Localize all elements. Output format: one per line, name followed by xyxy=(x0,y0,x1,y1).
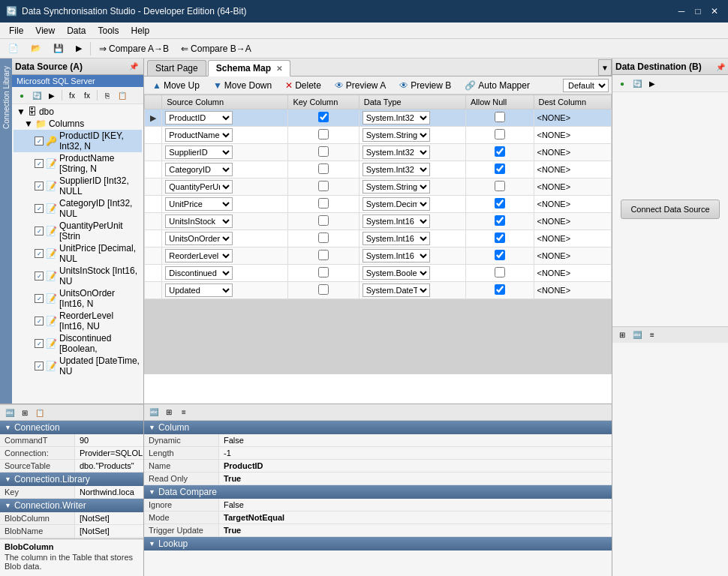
compare-ba-btn[interactable]: ⇐ Compare B→A xyxy=(176,40,257,57)
table-row[interactable]: ProductNameSystem.String<NONE> xyxy=(145,127,612,144)
allow-null-checkbox[interactable] xyxy=(495,129,505,140)
table-row[interactable]: DiscontinuedSystem.Boolean<NONE> xyxy=(145,265,612,282)
tree-item-reorderlevel[interactable]: 📝 ReorderLevel [Int16, NU xyxy=(14,310,142,332)
source-col-select[interactable]: ProductID xyxy=(165,111,233,124)
key-col-checkbox[interactable] xyxy=(318,112,329,122)
connection-library-tab[interactable]: Connection Library xyxy=(1,62,12,134)
allow-null-checkbox[interactable] xyxy=(495,250,505,260)
cb-categoryid[interactable] xyxy=(35,204,44,213)
key-col-checkbox[interactable] xyxy=(318,146,329,157)
tree-item-productname[interactable]: 📝 ProductName [String, N xyxy=(14,152,142,175)
table-row[interactable]: ▶ProductIDSystem.Int32<NONE> xyxy=(145,110,612,127)
tree-item-discontinued[interactable]: 📝 Discontinued [Boolean, xyxy=(14,332,142,355)
run-btn[interactable]: ▶ xyxy=(71,40,87,57)
table-row[interactable]: SupplierIDSystem.Int32<NONE> xyxy=(145,144,612,161)
props-btn[interactable]: 📋 xyxy=(33,406,47,419)
play-btn[interactable]: ▶ xyxy=(45,88,59,102)
close-btn[interactable]: ✕ xyxy=(707,4,722,19)
data-type-select[interactable]: System.Decimal xyxy=(362,197,430,211)
source-col-select[interactable]: Updated xyxy=(165,284,233,297)
connect-datasource-btn[interactable]: Connect Data Source xyxy=(621,200,719,219)
cb-supplierid[interactable] xyxy=(35,182,44,190)
column-section-header[interactable]: ▼ Column xyxy=(144,421,612,434)
key-col-checkbox[interactable] xyxy=(318,215,329,226)
conn-lib-section-header[interactable]: ▼ Connection.Library xyxy=(0,472,143,486)
connection-label[interactable]: Microsoft SQL Server xyxy=(12,75,143,87)
cb-unitsinstock[interactable] xyxy=(35,272,44,280)
menu-tools[interactable]: Tools xyxy=(92,24,125,38)
source-col-select[interactable]: ProductName xyxy=(165,128,233,142)
right-pin-btn[interactable]: 📌 xyxy=(716,63,725,71)
preview-b-btn[interactable]: 👁 Preview B xyxy=(394,78,456,93)
func-btn[interactable]: fx xyxy=(65,88,79,102)
bc-list-btn[interactable]: ≡ xyxy=(177,406,191,419)
cb-updated[interactable] xyxy=(35,362,44,370)
tree-item-supplierid[interactable]: 📝 SupplierID [Int32, NULL xyxy=(14,175,142,197)
lookup-section-header[interactable]: ▼ Lookup xyxy=(144,537,612,550)
allow-null-checkbox[interactable] xyxy=(495,164,505,174)
data-type-select[interactable]: System.Int32 xyxy=(362,111,430,124)
allow-null-checkbox[interactable] xyxy=(495,198,505,208)
minimize-btn[interactable]: ─ xyxy=(674,4,689,19)
key-col-checkbox[interactable] xyxy=(318,284,329,295)
source-col-select[interactable]: Discontinued xyxy=(165,266,233,280)
tree-item-updated[interactable]: 📝 Updated [DateTime, NU xyxy=(14,355,142,377)
allow-null-checkbox[interactable] xyxy=(495,146,505,157)
data-type-select[interactable]: System.Int32 xyxy=(362,146,430,159)
menu-view[interactable]: View xyxy=(29,24,61,38)
bc-cat-btn[interactable]: ⊞ xyxy=(162,406,176,419)
source-col-select[interactable]: QuantityPerUnit xyxy=(165,180,233,194)
right-refresh-btn[interactable]: 🔄 xyxy=(630,76,644,90)
conn-writer-section-header[interactable]: ▼ Connection.Writer xyxy=(0,499,143,512)
allow-null-checkbox[interactable] xyxy=(495,181,505,191)
tree-item-productid[interactable]: 🔑 ProductID [KEY, Int32, N xyxy=(14,130,142,152)
cb-productname[interactable] xyxy=(35,159,44,168)
cb-discontinued[interactable] xyxy=(35,339,44,348)
connection-section-header[interactable]: ▼ Connection xyxy=(0,421,143,434)
allow-null-checkbox[interactable] xyxy=(495,284,505,295)
copy-btn[interactable]: ⎘ xyxy=(101,88,114,102)
table-row[interactable]: UnitsInStockSystem.Int16<NONE> xyxy=(145,213,612,230)
compare-ab-btn[interactable]: ⇒ Compare A→B xyxy=(94,40,174,57)
right-az-btn[interactable]: 🔤 xyxy=(630,328,644,341)
right-connect-btn[interactable]: ● xyxy=(615,76,629,90)
tree-item-unitsinstock[interactable]: 📝 UnitsInStock [Int16, NU xyxy=(14,265,142,287)
menu-data[interactable]: Data xyxy=(61,24,92,38)
data-type-select[interactable]: System.String xyxy=(362,180,430,194)
source-col-select[interactable]: UnitsInStock xyxy=(165,214,233,228)
auto-mapper-btn[interactable]: 🔗 Auto Mapper xyxy=(459,78,535,93)
table-row[interactable]: ReorderLevelSystem.Int16<NONE> xyxy=(145,248,612,265)
cb-unitsonorder[interactable] xyxy=(35,294,44,303)
source-col-select[interactable]: CategoryID xyxy=(165,163,233,176)
key-col-checkbox[interactable] xyxy=(318,129,329,140)
tab-close-icon[interactable]: ✕ xyxy=(276,64,282,73)
bc-sort-btn[interactable]: 🔤 xyxy=(147,406,161,419)
func2-btn[interactable]: fx xyxy=(80,88,94,102)
new-file-btn[interactable]: 📄 xyxy=(3,40,24,57)
cb-qpu[interactable] xyxy=(35,226,44,236)
cb-productid[interactable] xyxy=(35,136,44,146)
tab-dropdown-btn[interactable]: ▼ xyxy=(598,59,612,76)
allow-null-checkbox[interactable] xyxy=(495,232,505,243)
key-col-checkbox[interactable] xyxy=(318,181,329,191)
data-type-select[interactable]: System.Boolean xyxy=(362,266,430,280)
preview-a-btn[interactable]: 👁 Preview A xyxy=(329,78,391,93)
data-type-select[interactable]: System.Int16 xyxy=(362,232,430,245)
source-col-select[interactable]: SupplierID xyxy=(165,146,233,159)
delete-btn[interactable]: ✕ Delete xyxy=(280,78,326,93)
tab-startpage[interactable]: Start Page xyxy=(147,60,206,76)
source-col-select[interactable]: UnitsOnOrder xyxy=(165,232,233,245)
data-type-select[interactable]: System.String xyxy=(362,128,430,142)
cb-reorderlevel[interactable] xyxy=(35,316,44,326)
key-col-checkbox[interactable] xyxy=(318,250,329,260)
tree-item-unitsonorder[interactable]: 📝 UnitsOnOrder [Int16, N xyxy=(14,287,142,310)
tab-schemamap[interactable]: Schema Map ✕ xyxy=(208,60,290,76)
right-sort-btn[interactable]: ⊞ xyxy=(615,328,629,341)
save-btn[interactable]: 💾 xyxy=(48,40,69,57)
schema-dropdown[interactable]: Default xyxy=(563,79,609,92)
datacompare-section-header[interactable]: ▼ Data Compare xyxy=(144,485,612,499)
menu-help[interactable]: Help xyxy=(125,24,156,38)
table-row[interactable]: UpdatedSystem.DateTime<NONE> xyxy=(145,282,612,299)
allow-null-checkbox[interactable] xyxy=(495,112,505,122)
table-row[interactable]: UnitPriceSystem.Decimal<NONE> xyxy=(145,196,612,213)
